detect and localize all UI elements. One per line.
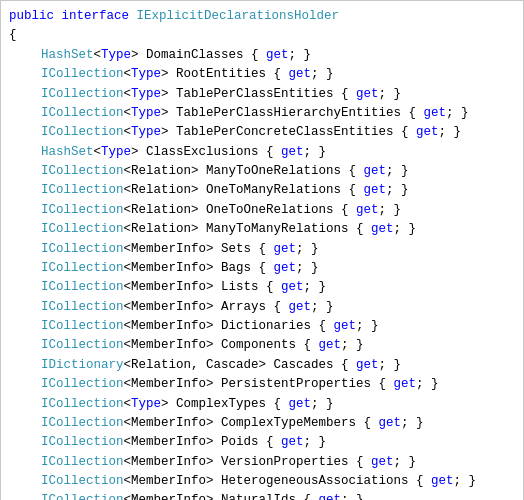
code-token-kw: Type xyxy=(101,48,131,62)
code-token-type: ICollection xyxy=(41,338,124,352)
code-token-type: ICollection xyxy=(41,203,124,217)
code-line: ICollection<Relation> ManyToOneRelations… xyxy=(9,162,515,181)
code-token-kw: get xyxy=(281,435,304,449)
code-token-type: ICollection xyxy=(41,319,124,333)
code-line: ICollection<MemberInfo> ComplexTypeMembe… xyxy=(9,414,515,433)
code-token-kw: Type xyxy=(131,397,161,411)
code-token-plain: ; } xyxy=(454,474,477,488)
code-token-kw: get xyxy=(356,203,379,217)
code-token-kw: get xyxy=(319,493,342,500)
code-line: { xyxy=(9,26,515,45)
code-line: ICollection<MemberInfo> PersistentProper… xyxy=(9,375,515,394)
code-token-type: HashSet xyxy=(41,145,94,159)
code-line: ICollection<Type> ComplexTypes { get; } xyxy=(9,395,515,414)
code-token-plain: ; } xyxy=(304,145,327,159)
code-token-plain: ; } xyxy=(386,164,409,178)
code-line: public interface IExplicitDeclarationsHo… xyxy=(9,7,515,26)
code-token-type: ICollection xyxy=(41,261,124,275)
code-token-plain xyxy=(129,9,137,23)
code-token-plain: < xyxy=(124,125,132,139)
code-token-kw: get xyxy=(289,300,312,314)
code-token-type: ICollection xyxy=(41,164,124,178)
code-token-kw: get xyxy=(274,261,297,275)
code-token-plain: ; } xyxy=(296,261,319,275)
code-line: ICollection<Relation> OneToOneRelations … xyxy=(9,201,515,220)
code-token-kw: get xyxy=(356,87,379,101)
code-token-plain: ; } xyxy=(401,416,424,430)
code-token-plain: ; } xyxy=(379,203,402,217)
code-token-plain: < xyxy=(124,106,132,120)
code-token-kw: get xyxy=(281,145,304,159)
code-token-kw: get xyxy=(334,319,357,333)
code-token-plain: < xyxy=(94,145,102,159)
code-token-plain: ; } xyxy=(379,358,402,372)
code-token-type: HashSet xyxy=(41,48,94,62)
code-token-plain: > RootEntities { xyxy=(161,67,289,81)
code-token-kw: get xyxy=(424,106,447,120)
code-token-plain: <MemberInfo> NaturalIds { xyxy=(124,493,319,500)
code-line: HashSet<Type> DomainClasses { get; } xyxy=(9,46,515,65)
code-token-kw: get xyxy=(371,222,394,236)
code-token-plain: < xyxy=(124,397,132,411)
code-token-plain: ; } xyxy=(304,280,327,294)
code-line: ICollection<MemberInfo> VersionPropertie… xyxy=(9,453,515,472)
code-token-kw: get xyxy=(356,358,379,372)
code-token-kw: get xyxy=(431,474,454,488)
code-token-plain: < xyxy=(124,87,132,101)
code-line: ICollection<Type> TablePerClassEntities … xyxy=(9,85,515,104)
code-token-kw: get xyxy=(266,48,289,62)
code-token-type: ICollection xyxy=(41,435,124,449)
code-token-plain: <MemberInfo> Lists { xyxy=(124,280,282,294)
code-token-plain xyxy=(54,9,62,23)
code-token-plain: <Relation> OneToOneRelations { xyxy=(124,203,357,217)
code-token-kw: Type xyxy=(101,145,131,159)
code-line: ICollection<Type> TablePerConcreteClassE… xyxy=(9,123,515,142)
code-token-plain: > TablePerConcreteClassEntities { xyxy=(161,125,416,139)
code-token-plain: <MemberInfo> Dictionaries { xyxy=(124,319,334,333)
code-token-type: ICollection xyxy=(41,397,124,411)
code-token-kw: Type xyxy=(131,125,161,139)
code-line: ICollection<MemberInfo> Bags { get; } xyxy=(9,259,515,278)
code-line: ICollection<MemberInfo> Lists { get; } xyxy=(9,278,515,297)
code-block: public interface IExplicitDeclarationsHo… xyxy=(0,0,524,500)
code-token-type: ICollection xyxy=(41,222,124,236)
code-line: ICollection<MemberInfo> NaturalIds { get… xyxy=(9,491,515,500)
code-token-plain: ; } xyxy=(341,493,364,500)
code-token-kw: get xyxy=(364,183,387,197)
code-token-plain: ; } xyxy=(416,377,439,391)
code-line: ICollection<MemberInfo> Sets { get; } xyxy=(9,240,515,259)
code-token-kw: get xyxy=(394,377,417,391)
code-token-kw: get xyxy=(379,416,402,430)
code-line: ICollection<MemberInfo> Arrays { get; } xyxy=(9,298,515,317)
code-token-plain: ; } xyxy=(379,87,402,101)
code-token-plain: > TablePerClassEntities { xyxy=(161,87,356,101)
code-line: ICollection<Type> RootEntities { get; } xyxy=(9,65,515,84)
code-token-plain: <MemberInfo> Arrays { xyxy=(124,300,289,314)
code-token-plain: ; } xyxy=(311,67,334,81)
code-token-kw: interface xyxy=(62,9,130,23)
code-token-type: ICollection xyxy=(41,493,124,500)
code-token-brace: { xyxy=(9,28,17,42)
code-token-kw: get xyxy=(289,397,312,411)
code-token-type: ICollection xyxy=(41,455,124,469)
code-token-kw: get xyxy=(289,67,312,81)
code-line: ICollection<MemberInfo> HeterogeneousAss… xyxy=(9,472,515,491)
code-token-plain: < xyxy=(124,67,132,81)
code-token-type: ICollection xyxy=(41,280,124,294)
code-token-kw: get xyxy=(274,242,297,256)
code-token-kw: Type xyxy=(131,87,161,101)
code-token-kw: get xyxy=(364,164,387,178)
code-token-plain: < xyxy=(94,48,102,62)
code-token-kw: Type xyxy=(131,67,161,81)
code-token-plain: <MemberInfo> ComplexTypeMembers { xyxy=(124,416,379,430)
code-token-plain: <Relation> ManyToManyRelations { xyxy=(124,222,372,236)
code-token-plain: > ComplexTypes { xyxy=(161,397,289,411)
code-token-plain: ; } xyxy=(304,435,327,449)
code-token-type: IDictionary xyxy=(41,358,124,372)
code-token-plain: ; } xyxy=(311,300,334,314)
code-token-kw: public xyxy=(9,9,54,23)
code-token-type: ICollection xyxy=(41,474,124,488)
code-token-kw: get xyxy=(371,455,394,469)
code-token-plain: ; } xyxy=(311,397,334,411)
code-line: ICollection<MemberInfo> Components { get… xyxy=(9,336,515,355)
